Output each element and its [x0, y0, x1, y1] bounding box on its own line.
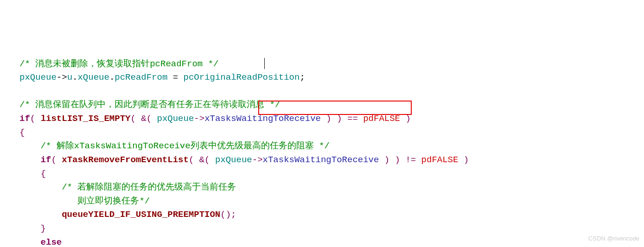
comment-line: 则立即切换任务*/ — [62, 196, 150, 206]
keyword-if: if — [19, 114, 30, 124]
comment-line: /* 消息未被删除，恢复读取指针pcReadFrom */ — [19, 59, 218, 69]
keyword-else: else — [41, 237, 62, 247]
identifier: pxQueue — [19, 72, 57, 82]
watermark-text: CSDN @rivencode — [588, 234, 639, 243]
code-block: /* 消息未被删除，恢复读取指针pcReadFrom */ pxQueue->u… — [0, 57, 644, 247]
comment-line: /* 解除xTasksWaitingToReceive列表中优先级最高的任务的阻… — [41, 141, 330, 151]
macro-call: listLIST_IS_EMPTY — [41, 114, 131, 124]
function-call: xTaskRemoveFromEventList — [62, 155, 189, 165]
keyword-if: if — [41, 155, 51, 165]
comment-line: /* 若解除阻塞的任务的优先级高于当前任务 — [62, 182, 236, 192]
function-call: queueYIELD_IF_USING_PREEMPTION — [62, 209, 220, 220]
comment-line: /* 消息保留在队列中，因此判断是否有任务正在等待读取消息 */ — [19, 100, 280, 110]
